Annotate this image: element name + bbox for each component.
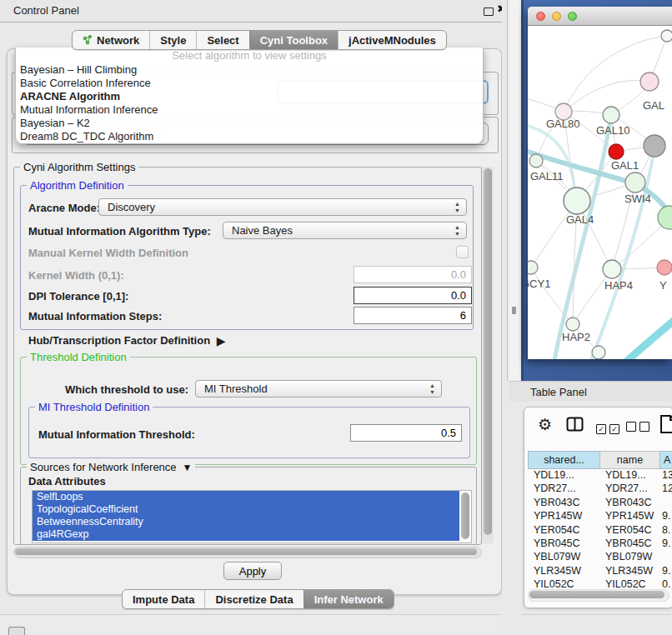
table-hscroll-thumb[interactable] [529, 591, 664, 598]
table-cell[interactable] [659, 551, 672, 564]
table-row[interactable]: YBL079WYBL079W [528, 551, 672, 564]
column-header-name[interactable]: name [599, 451, 659, 469]
table-cell[interactable]: YLR345W [528, 565, 599, 578]
table-cell[interactable]: YER054C [528, 524, 599, 538]
table-cell[interactable]: YIL052C [599, 578, 659, 589]
tab-style[interactable]: Style [149, 31, 196, 49]
tab-select[interactable]: Select [196, 31, 248, 49]
dropdown-item[interactable]: Bayesian – Hill Climbing [20, 63, 137, 76]
network-node-GCY1[interactable] [528, 261, 538, 274]
network-node-node[interactable] [661, 30, 672, 42]
table-cell[interactable]: YDL19... [599, 469, 659, 482]
gear-icon[interactable]: ⚙ [538, 415, 552, 434]
network-node-node[interactable] [658, 206, 672, 229]
table-cell[interactable]: YIL052C [528, 578, 599, 589]
network-node-node[interactable] [644, 135, 665, 157]
dropdown-item-selected[interactable]: ARACNE Algorithm [20, 90, 120, 102]
document-icon[interactable] [659, 414, 672, 434]
manual-kernel-width-checkbox[interactable] [456, 246, 469, 258]
table-cell[interactable]: YBR045C [599, 538, 659, 551]
table-cell[interactable] [659, 497, 672, 510]
table-cell[interactable]: YDR27... [599, 482, 659, 496]
collapsed-panel-icon[interactable] [8, 627, 25, 635]
network-node-GAL1[interactable] [609, 144, 624, 159]
select-all-checks-icon[interactable]: ✓✓ [596, 420, 623, 435]
network-node-node[interactable] [592, 346, 605, 359]
tab-cyni-toolbox[interactable]: Cyni Toolbox [249, 31, 338, 49]
network-node-Y[interactable] [657, 260, 672, 275]
tab-infer-network[interactable]: Infer Network [303, 590, 394, 608]
mi-steps-field[interactable] [354, 307, 472, 324]
table-cell[interactable]: 9. [659, 510, 672, 523]
network-canvas[interactable]: GALGAL80GAL10GAL1GAL11SWI4GAL4HAP4YGCY1H… [528, 26, 672, 359]
list-item[interactable]: SelfLoops [33, 491, 459, 503]
table-cell[interactable]: 12 [659, 482, 672, 496]
network-node-SWI4[interactable] [625, 172, 645, 192]
list-item[interactable]: gal4RGexp [33, 528, 459, 541]
table-cell[interactable]: YDR27... [528, 482, 599, 496]
table-cell[interactable]: YDL19... [528, 469, 599, 482]
table-row[interactable]: YDL19...YDL19...13 [528, 469, 672, 482]
table-cell[interactable]: YBR043C [528, 497, 599, 510]
column-header-shared[interactable]: shared... [528, 451, 599, 469]
table-cell[interactable]: YBR045C [528, 538, 599, 551]
divider-handle[interactable] [512, 307, 516, 314]
zoom-traffic-light-icon[interactable] [568, 12, 577, 21]
list-scrollbar[interactable] [461, 492, 469, 539]
split-columns-icon[interactable] [566, 417, 584, 432]
table-cell[interactable]: YBL079W [599, 551, 659, 564]
network-node-GAL4[interactable] [564, 188, 590, 214]
float-window-icon[interactable] [484, 8, 494, 16]
network-node-HAP4[interactable] [603, 260, 621, 278]
mi-algorithm-type-combobox[interactable]: Naive Bayes ▲▼ [223, 222, 467, 239]
tab-jactivemnodules[interactable]: jActiveMNodules [338, 31, 446, 49]
dpi-tolerance-field[interactable] [354, 287, 472, 304]
network-node-GAL11[interactable] [529, 154, 543, 168]
which-threshold-combobox[interactable]: MI Threshold ▲▼ [195, 380, 442, 398]
table-row[interactable]: YLR345WYLR345W9. [528, 565, 672, 578]
tab-network[interactable]: Network [73, 31, 149, 49]
network-node-HAP2[interactable] [566, 318, 579, 331]
network-node-GAL10[interactable] [603, 107, 619, 123]
sources-legend[interactable]: Sources for Network Inference ▼ [27, 462, 195, 473]
kernel-width-field[interactable] [354, 266, 472, 283]
network-node-GAL7[interactable] [640, 72, 659, 91]
apply-button[interactable]: Apply [223, 562, 282, 580]
column-header-third[interactable]: A [659, 451, 672, 469]
list-item[interactable]: TopologicalCoefficient [33, 503, 459, 516]
table-cell[interactable]: YBL079W [528, 551, 599, 564]
list-item[interactable]: BetweennessCentrality [33, 516, 459, 528]
hub-expander[interactable]: Hub/Transcription Factor Definition ▶ [28, 333, 223, 347]
table-row[interactable]: YER054CYER054C8. [528, 524, 672, 538]
table-row[interactable]: YBR045CYBR045C9. [528, 538, 672, 551]
table-cell[interactable]: 8. [659, 524, 672, 538]
table-cell[interactable]: YER054C [599, 524, 659, 538]
dropdown-item[interactable]: Dream8 DC_TDC Algorithm [20, 130, 153, 142]
table-row[interactable]: YDR27...YDR27...12 [528, 482, 672, 496]
table-cell[interactable]: 9. [659, 538, 672, 551]
mi-threshold-field[interactable] [350, 424, 462, 442]
close-traffic-light-icon[interactable] [536, 12, 545, 21]
table-row[interactable]: YIL052CYIL052C0. [528, 578, 672, 589]
settings-hscroll-thumb[interactable] [15, 548, 477, 555]
aracne-mode-combobox[interactable]: Discovery ▲▼ [98, 198, 467, 216]
table-cell[interactable]: YPR145W [528, 510, 599, 523]
table-cell[interactable]: YBR043C [599, 497, 659, 510]
dropdown-item[interactable]: Mutual Information Inference [20, 103, 158, 116]
table-cell[interactable]: YLR345W [599, 565, 659, 578]
table-cell[interactable]: 13 [659, 469, 672, 482]
deselect-all-checks-icon[interactable] [626, 420, 653, 435]
dropdown-item[interactable]: Basic Correlation Inference [20, 77, 151, 89]
table-cell[interactable]: YPR145W [599, 510, 659, 523]
table-body: YDL19...YDL19...13YDR27...YDR27...12YBR0… [524, 469, 672, 589]
table-row[interactable]: YPR145WYPR145W9. [528, 510, 672, 523]
table-cell[interactable]: 9. [659, 565, 672, 578]
table-panel-title: Table Panel [530, 386, 587, 398]
table-cell[interactable]: 0. [659, 578, 672, 589]
tab-impute-data[interactable]: Impute Data [123, 590, 204, 608]
dropdown-item[interactable]: Bayesian – K2 [20, 117, 90, 129]
tab-discretize-data[interactable]: Discretize Data [204, 590, 303, 608]
table-row[interactable]: YBR043CYBR043C [528, 497, 672, 510]
minimize-traffic-light-icon[interactable] [552, 12, 561, 21]
settings-vscroll-thumb[interactable] [484, 168, 492, 535]
